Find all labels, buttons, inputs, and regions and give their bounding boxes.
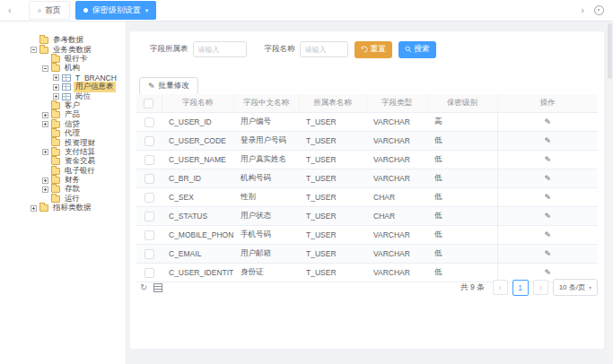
fields-table: 字段名称 字段中文名称 所属表名称 字段类型 保密级别 操作 C_USER_ID…	[136, 94, 598, 282]
collapse-icon[interactable]	[31, 47, 37, 53]
search-button[interactable]: 搜索	[398, 41, 436, 58]
row-checkbox[interactable]	[144, 268, 154, 278]
cell-security-level: 低	[427, 207, 497, 226]
row-checkbox[interactable]	[144, 193, 154, 203]
total-count: 共 9 条	[460, 282, 484, 293]
cell-field-cn-name: 用户编号	[233, 113, 299, 132]
cell-field-name: C_SEX	[162, 188, 233, 207]
expand-icon[interactable]	[53, 93, 59, 100]
expand-icon[interactable]	[53, 84, 59, 91]
row-checkbox[interactable]	[144, 212, 154, 221]
cell-field-type: CHAR	[366, 188, 427, 207]
cell-security-level: 高	[427, 113, 497, 132]
spacer	[31, 38, 37, 44]
column-settings-icon[interactable]	[153, 283, 162, 292]
cell-field-cn-name: 性别	[233, 188, 299, 207]
field-table-label: 字段所属表	[150, 44, 188, 55]
tab-home-label: 首页	[45, 4, 61, 16]
row-checkbox[interactable]	[144, 230, 154, 240]
expand-icon[interactable]	[42, 149, 48, 155]
edit-pencil-icon[interactable]: ✎	[544, 249, 551, 258]
sidebar: 参考数据 业务类数据 银行卡 机构 T_BRANCH 用户信息表 岗位 客户 产…	[0, 22, 127, 364]
edit-pencil-icon[interactable]: ✎	[544, 268, 551, 277]
scrollbar-thumb[interactable]	[608, 23, 612, 79]
page-scrollbar[interactable]	[608, 23, 612, 361]
folder-icon	[51, 186, 60, 193]
table-row: C_BR_ID 机构号码 T_USER VARCHAR 低 ✎	[136, 169, 598, 188]
collapse-icon[interactable]	[42, 65, 48, 72]
tree-node-user-info-table[interactable]: 用户信息表	[0, 82, 126, 91]
edit-pencil-icon[interactable]: ✎	[544, 193, 551, 202]
tree-node-organization[interactable]: 机构	[0, 64, 126, 73]
folder-icon	[51, 65, 60, 72]
col-actions: 操作	[497, 94, 598, 113]
cell-security-level: 低	[427, 188, 497, 207]
cell-security-level: 低	[427, 245, 497, 264]
tree-node-indicator-data[interactable]: 指标类数据	[0, 204, 126, 212]
edit-pencil-icon[interactable]: ✎	[544, 155, 551, 164]
row-checkbox[interactable]	[144, 174, 154, 184]
tabs-scroll-left-icon[interactable]: ‹	[5, 5, 14, 15]
filter-bar: 字段所属表 字段名称 重置 搜索	[150, 40, 436, 58]
prev-page-button[interactable]: ‹	[493, 280, 508, 295]
table-row: C_SEX 性别 T_USER CHAR 低 ✎	[136, 188, 598, 207]
select-all-checkbox[interactable]	[144, 99, 153, 108]
current-page[interactable]: 1	[512, 280, 529, 296]
tab-options-icon[interactable]	[594, 5, 604, 15]
reset-button[interactable]: 重置	[355, 41, 392, 58]
expand-icon[interactable]	[42, 112, 48, 118]
cell-field-type: VARCHAR	[366, 132, 427, 151]
cell-owner-table: T_USER	[299, 188, 366, 207]
cell-security-level: 低	[427, 132, 497, 151]
refresh-icon[interactable]: ↻	[140, 283, 147, 292]
cell-field-type: VARCHAR	[366, 113, 427, 132]
chevron-down-icon: ▾	[589, 284, 591, 290]
tabs-scroll-right-icon[interactable]: ›	[578, 5, 587, 15]
edit-pencil-icon[interactable]: ✎	[544, 117, 551, 126]
field-table-input[interactable]	[193, 41, 247, 57]
active-tab-label: 保密级别设置	[92, 4, 141, 16]
edit-pencil-icon[interactable]: ✎	[544, 230, 551, 239]
col-field-cn-name: 字段中文名称	[233, 94, 299, 113]
col-owner-table: 所属表名称	[299, 94, 366, 113]
edit-pencil-icon[interactable]: ✎	[544, 136, 551, 145]
cell-owner-table: T_USER	[299, 169, 366, 188]
expand-icon[interactable]	[42, 121, 48, 127]
spacer	[42, 168, 48, 174]
main-panel: 字段所属表 字段名称 重置 搜索 ✎ 批量修改 字段名称 字段中文名称 所属表名…	[130, 31, 604, 349]
table-row: C_STATUS 用户状态 T_USER CHAR 低 ✎	[136, 207, 598, 226]
table-row: C_MOBILE_PHONE 手机号码 T_USER VARCHAR 低 ✎	[136, 226, 598, 245]
edit-pencil-icon[interactable]: ✎	[544, 174, 551, 183]
cell-field-type: VARCHAR	[366, 226, 427, 245]
active-tab-dot-icon	[83, 8, 88, 13]
tab-caret-down-icon[interactable]: ▾	[145, 7, 149, 14]
folder-icon	[51, 139, 60, 146]
col-field-name: 字段名称	[162, 94, 233, 113]
next-page-button[interactable]: ›	[533, 280, 548, 295]
cell-field-cn-name: 用户真实姓名	[233, 151, 299, 169]
edit-pencil-icon[interactable]: ✎	[544, 212, 551, 221]
expand-icon[interactable]	[42, 178, 48, 184]
expand-icon[interactable]	[31, 205, 37, 212]
row-checkbox[interactable]	[144, 155, 154, 165]
tree-node-position[interactable]: 岗位	[0, 91, 126, 100]
folder-icon	[51, 130, 60, 137]
tab-home[interactable]: 首页	[29, 1, 70, 20]
folder-icon	[51, 102, 60, 109]
tab-security-level-settings[interactable]: 保密级别设置 ▾	[75, 1, 157, 20]
row-checkbox[interactable]	[144, 117, 154, 127]
field-name-input[interactable]	[300, 41, 348, 57]
page-size-select[interactable]: 10 条/页 ▾	[553, 279, 598, 296]
expand-icon[interactable]	[53, 74, 59, 81]
folder-icon	[51, 168, 60, 175]
table-icon	[62, 93, 71, 100]
batch-edit-button[interactable]: ✎ 批量修改	[139, 77, 198, 95]
table-header-row: 字段名称 字段中文名称 所属表名称 字段类型 保密级别 操作	[136, 94, 598, 113]
spacer	[42, 56, 48, 62]
row-checkbox[interactable]	[144, 249, 154, 259]
col-security-level: 保密级别	[427, 94, 497, 113]
row-checkbox[interactable]	[144, 136, 154, 146]
cell-field-name: C_STATUS	[162, 207, 233, 226]
cell-field-type: VARCHAR	[366, 245, 427, 264]
expand-icon[interactable]	[42, 186, 48, 193]
